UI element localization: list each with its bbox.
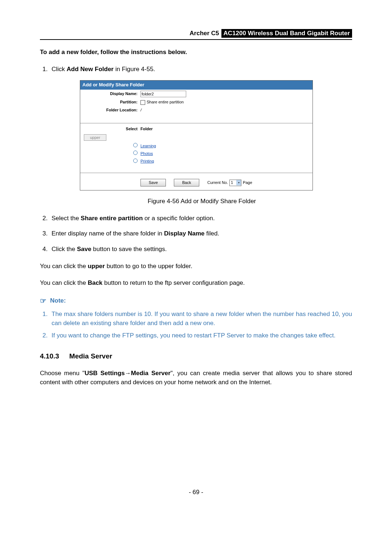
header-product: Archer C5 xyxy=(189,30,219,37)
folder-table-header: Select Folder xyxy=(80,126,313,133)
page-label: Page xyxy=(243,180,252,186)
row-radio-3[interactable] xyxy=(133,159,138,163)
upper-note: You can click the upper button to go to … xyxy=(40,262,352,271)
partition-text: Share entire partition xyxy=(147,99,184,105)
figure-4-56: Add or Modify Share Folder Display Name:… xyxy=(80,80,352,190)
mp-bold1: USB Settings xyxy=(85,370,125,377)
display-name-input[interactable] xyxy=(140,91,186,97)
folder-link-photos[interactable]: Photos xyxy=(140,151,153,157)
header-model: AC1200 Wireless Dual Band Gigabit Router xyxy=(221,29,352,38)
upper-button[interactable]: upper xyxy=(84,134,106,141)
page-number: - 69 - xyxy=(40,489,352,496)
folder-link-learning[interactable]: Learning xyxy=(140,143,156,149)
section-number: 4.10.3 xyxy=(40,351,59,361)
step2-post: or a specific folder option. xyxy=(143,215,215,222)
figure-caption: Figure 4-56 Add or Modify Share Folder xyxy=(52,197,352,206)
step2-bold: Share entire partition xyxy=(81,215,143,222)
table-row: Learning xyxy=(80,142,313,150)
page-select-value: 1 xyxy=(231,180,233,186)
step1-bold: Add New Folder xyxy=(67,66,114,73)
row-radio-2[interactable] xyxy=(133,151,138,155)
back-note: You can click the Back button to return … xyxy=(40,279,352,288)
header-rule xyxy=(40,39,352,40)
display-name-label: Display Name: xyxy=(83,91,140,97)
partition-label: Partition: xyxy=(83,99,140,105)
step-3: Enter display name of the share folder i… xyxy=(49,229,352,238)
table-row: Photos xyxy=(80,150,313,157)
step-1: Click Add New Folder in Figure 4-55. Add… xyxy=(49,65,352,206)
page-header: Archer C5 AC1200 Wireless Dual Band Giga… xyxy=(40,29,352,38)
upper-post: button to go to the upper folder. xyxy=(105,263,192,270)
chevron-down-icon: ▾ xyxy=(236,180,241,185)
save-button[interactable]: Save xyxy=(140,179,166,186)
step4-bold: Save xyxy=(77,246,91,253)
current-no-label: Current No. xyxy=(207,180,228,186)
step1-pre: Click xyxy=(52,66,67,73)
step1-post: in Figure 4-55. xyxy=(114,66,155,73)
back-bold: Back xyxy=(88,279,103,286)
upper-bold: upper xyxy=(88,263,105,270)
figure-title: Add or Modify Share Folder xyxy=(80,81,313,90)
back-post: button to return to the ftp server confi… xyxy=(102,279,245,286)
row-radio-1[interactable] xyxy=(133,143,138,147)
back-pre: You can click the xyxy=(40,279,88,286)
share-entire-partition-checkbox[interactable] xyxy=(140,100,145,105)
step-4: Click the Save button to save the settin… xyxy=(49,245,352,254)
page-select[interactable]: 1 ▾ xyxy=(229,180,241,186)
note-1: The max share folders number is 10. If y… xyxy=(49,310,352,328)
section-heading: 4.10.3 Media Server xyxy=(40,351,352,361)
separator xyxy=(80,173,313,173)
step3-pre: Enter display name of the share folder i… xyxy=(52,230,164,237)
step4-pre: Click the xyxy=(52,246,77,253)
figure-footer: Save Back Current No. 1 ▾ Page xyxy=(80,175,313,190)
back-button[interactable]: Back xyxy=(174,179,199,186)
upper-pre: You can click the xyxy=(40,263,88,270)
step2-pre: Select the xyxy=(52,215,81,222)
intro-heading: To add a new folder, follow the instruct… xyxy=(40,48,352,57)
separator xyxy=(80,123,313,123)
note-label: Note: xyxy=(50,296,66,305)
folder-link-printing[interactable]: Printing xyxy=(140,159,154,164)
note-2: If you want to change the FTP settings, … xyxy=(49,331,352,340)
step3-post: filed. xyxy=(204,230,219,237)
mp-arrow: → xyxy=(125,370,131,377)
folder-header: Folder xyxy=(140,126,153,132)
media-server-paragraph: Choose menu "USB Settings→Media Server",… xyxy=(40,369,352,387)
section-title: Media Server xyxy=(69,351,112,361)
folder-location-value: / xyxy=(140,107,142,113)
step-2: Select the Share entire partition or a s… xyxy=(49,214,352,223)
mp-pre: Choose menu " xyxy=(40,370,85,377)
step4-post: button to save the settings. xyxy=(91,246,167,253)
pointing-hand-icon: ☞ xyxy=(40,296,46,306)
folder-location-label: Folder Location: xyxy=(83,107,140,113)
select-header: Select xyxy=(83,126,140,132)
mp-bold2: Media Server xyxy=(131,370,171,377)
table-row: Printing xyxy=(80,158,313,165)
note-heading: ☞ Note: xyxy=(40,296,352,306)
step3-bold: Display Name xyxy=(164,230,205,237)
